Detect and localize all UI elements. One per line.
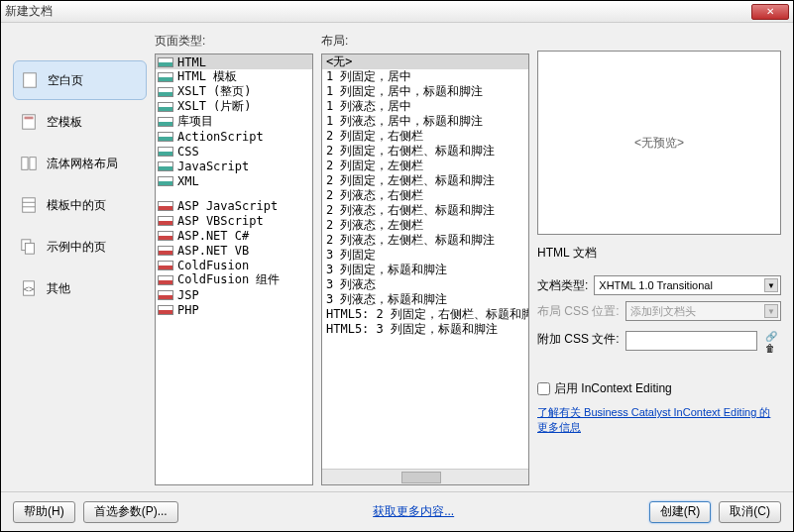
- category-label: 流体网格布局: [47, 156, 118, 172]
- page-type-item[interactable]: ASP VBScript: [156, 213, 312, 228]
- category-item[interactable]: 流体网格布局: [13, 144, 147, 183]
- page-type-item[interactable]: ASP JavaScript: [156, 198, 312, 213]
- page-type-item[interactable]: XML: [156, 173, 312, 188]
- create-button[interactable]: 创建(R): [649, 501, 712, 523]
- category-item[interactable]: 模板中的页: [13, 185, 147, 225]
- file-icon: [158, 176, 173, 186]
- page-type-item[interactable]: XSLT (片断): [156, 99, 312, 114]
- layouts-header: 布局:: [321, 33, 529, 50]
- file-icon: [158, 57, 173, 67]
- incontext-checkbox[interactable]: [537, 382, 550, 395]
- file-icon: [158, 201, 173, 211]
- svg-rect-2: [25, 117, 34, 120]
- layout-item[interactable]: 1 列固定，居中，标题和脚注: [322, 84, 528, 99]
- prefs-button[interactable]: 首选参数(P)...: [83, 501, 178, 523]
- csspos-label: 布局 CSS 位置:: [537, 303, 620, 320]
- help-button[interactable]: 帮助(H): [13, 501, 75, 523]
- layout-item[interactable]: <无>: [322, 54, 528, 69]
- csspos-row: 布局 CSS 位置: 添加到文档头 ▼: [537, 301, 781, 321]
- remove-icon[interactable]: 🗑: [765, 343, 779, 353]
- file-icon: [158, 117, 173, 127]
- page-type-item[interactable]: ASP.NET VB: [156, 243, 312, 258]
- layout-item[interactable]: 2 列固定，左侧栏: [322, 159, 528, 173]
- page-type-item[interactable]: ColdFusion 组件: [156, 272, 312, 287]
- category-item[interactable]: <>其他: [13, 268, 147, 308]
- learnmore-link[interactable]: 了解有关 Business Catalyst InContext Editing…: [537, 406, 770, 433]
- category-label: 空模板: [47, 114, 82, 131]
- preview-label: HTML 文档: [537, 245, 781, 262]
- layouts-scrollbar[interactable]: [322, 469, 528, 484]
- page-type-item[interactable]: PHP: [156, 302, 312, 317]
- category-label: 示例中的页: [47, 239, 106, 256]
- layout-item[interactable]: 1 列固定，居中: [322, 69, 528, 84]
- csspos-select: 添加到文档头 ▼: [625, 301, 781, 321]
- layout-item[interactable]: 3 列液态: [322, 277, 528, 292]
- layout-item[interactable]: 2 列液态，左侧栏: [322, 218, 528, 233]
- doctype-row: 文档类型: XHTML 1.0 Transitional ▼: [537, 275, 781, 295]
- layout-item[interactable]: 3 列固定: [322, 248, 528, 263]
- page-type-item[interactable]: XSLT (整页): [156, 84, 312, 99]
- page-type-label: ASP JavaScript: [177, 199, 278, 213]
- category-item[interactable]: 示例中的页: [13, 227, 147, 266]
- close-button[interactable]: ✕: [751, 4, 789, 20]
- page-type-label: ASP.NET VB: [177, 244, 249, 258]
- page-type-item[interactable]: HTML: [156, 54, 312, 69]
- category-sidebar: 空白页空模板流体网格布局模板中的页示例中的页<>其他: [13, 33, 147, 485]
- page-type-item[interactable]: HTML 模板: [156, 69, 312, 84]
- file-icon: [158, 246, 173, 256]
- layout-item[interactable]: 2 列固定，右侧栏: [322, 129, 528, 144]
- category-label: 其他: [47, 280, 70, 297]
- svg-rect-9: [25, 243, 34, 254]
- page-type-item[interactable]: 库项目: [156, 114, 312, 129]
- layout-item[interactable]: 3 列固定，标题和脚注: [322, 263, 528, 277]
- category-icon: [19, 195, 39, 215]
- right-panel: <无预览> HTML 文档 文档类型: XHTML 1.0 Transition…: [537, 33, 781, 485]
- page-type-item[interactable]: ASP.NET C#: [156, 228, 312, 243]
- category-item[interactable]: 空模板: [13, 102, 147, 142]
- page-type-label: ASP VBScript: [177, 214, 264, 228]
- file-icon: [158, 261, 173, 270]
- layout-item[interactable]: HTML5: 2 列固定，右侧栏、标题和脚注: [322, 307, 528, 322]
- layout-item[interactable]: 2 列液态，右侧栏、标题和脚注: [322, 203, 528, 218]
- dialog-title: 新建文档: [5, 3, 751, 20]
- page-type-item[interactable]: CSS: [156, 144, 312, 159]
- footer: 帮助(H) 首选参数(P)... 获取更多内容... 创建(R) 取消(C): [1, 491, 793, 531]
- category-item[interactable]: 空白页: [13, 60, 147, 100]
- layout-item[interactable]: HTML5: 3 列固定，标题和脚注: [322, 322, 528, 337]
- layout-item[interactable]: 1 列液态，居中，标题和脚注: [322, 114, 528, 129]
- layouts-listbox[interactable]: <无>1 列固定，居中1 列固定，居中，标题和脚注1 列液态，居中1 列液态，居…: [321, 53, 529, 485]
- page-type-label: JSP: [177, 288, 199, 302]
- layout-item[interactable]: 2 列液态，右侧栏: [322, 188, 528, 203]
- cancel-button[interactable]: 取消(C): [719, 501, 781, 523]
- file-icon: [158, 132, 173, 142]
- page-type-item[interactable]: ActionScript: [156, 129, 312, 144]
- layout-item[interactable]: 3 列液态，标题和脚注: [322, 292, 528, 307]
- file-icon: [158, 147, 173, 157]
- page-type-item[interactable]: JavaScript: [156, 159, 312, 173]
- page-type-label: HTML: [177, 55, 206, 69]
- layout-item[interactable]: 1 列液态，居中: [322, 99, 528, 114]
- incontext-row: 启用 InContext Editing: [537, 380, 781, 397]
- titlebar: 新建文档 ✕: [1, 1, 793, 23]
- category-label: 空白页: [48, 72, 83, 89]
- category-icon: [19, 154, 39, 173]
- doctype-label: 文档类型:: [537, 277, 588, 294]
- preview-placeholder: <无预览>: [634, 135, 684, 152]
- getmore-link[interactable]: 获取更多内容...: [373, 503, 454, 520]
- page-type-label: ColdFusion: [177, 259, 249, 272]
- layout-item[interactable]: 2 列固定，右侧栏、标题和脚注: [322, 144, 528, 159]
- close-icon: ✕: [766, 6, 774, 17]
- page-type-label: PHP: [177, 303, 199, 317]
- page-type-label: ColdFusion 组件: [177, 271, 280, 288]
- attach-css-input[interactable]: [625, 331, 757, 351]
- page-type-item[interactable]: JSP: [156, 287, 312, 302]
- page-types-listbox[interactable]: HTMLHTML 模板XSLT (整页)XSLT (片断)库项目ActionSc…: [155, 53, 313, 485]
- page-type-item[interactable]: ColdFusion: [156, 258, 312, 272]
- layout-item[interactable]: 2 列液态，左侧栏、标题和脚注: [322, 233, 528, 248]
- page-type-label: ASP.NET C#: [177, 229, 249, 243]
- link-icon[interactable]: 🔗: [765, 331, 779, 341]
- layout-item[interactable]: 2 列固定，左侧栏、标题和脚注: [322, 173, 528, 188]
- page-types-column: 页面类型: HTMLHTML 模板XSLT (整页)XSLT (片断)库项目Ac…: [155, 33, 313, 485]
- page-type-label: 库项目: [177, 113, 213, 130]
- doctype-select[interactable]: XHTML 1.0 Transitional ▼: [594, 275, 781, 295]
